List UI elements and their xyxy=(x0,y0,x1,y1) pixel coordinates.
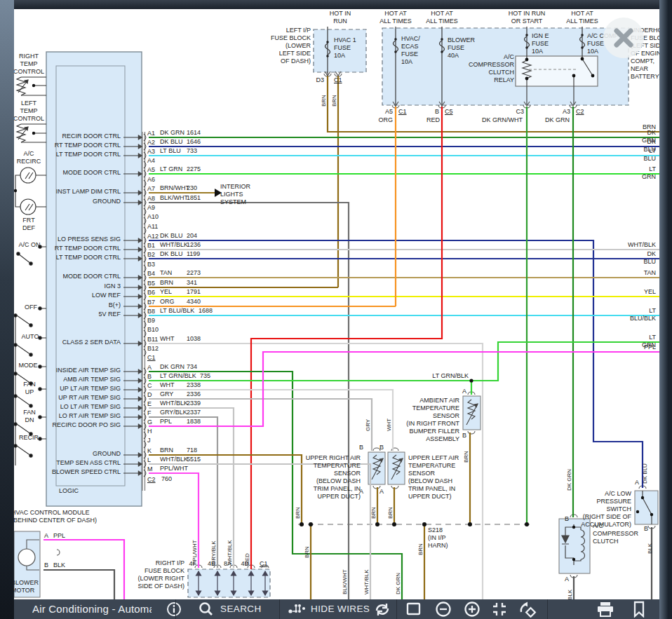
connector-pin-label: B2 xyxy=(147,251,155,259)
wire-circuit-number: 733 xyxy=(187,147,197,155)
diagram-label: BLK xyxy=(567,590,574,600)
diagram-label: INTERIOR LIGHTS SYSTEM xyxy=(220,183,250,206)
info-button[interactable] xyxy=(166,599,182,619)
rotate-button[interactable] xyxy=(518,599,537,619)
diagram-label: FAN UP xyxy=(23,381,36,396)
refresh-button[interactable] xyxy=(373,599,391,619)
diagram-label: BRN xyxy=(295,507,302,519)
diagram-label: C1 xyxy=(260,560,268,568)
hide-wires-label: HIDE WIRES xyxy=(311,599,370,619)
wire-circuit-number: 2337 xyxy=(187,409,201,416)
diagram-label: A xyxy=(359,488,363,496)
connector-pin-label: A4 xyxy=(147,157,155,165)
diagram-label: C1 xyxy=(398,108,407,116)
print-button[interactable] xyxy=(596,599,614,619)
zoom-out-icon xyxy=(435,601,452,618)
search-button[interactable]: SEARCH xyxy=(198,599,262,619)
diagram-label: BLK/WHT xyxy=(342,569,349,594)
wiring-diagram-canvas[interactable]: HOT IN RUNHOT AT ALL TIMESHOT AT ALL TIM… xyxy=(0,0,672,619)
diagram-label: C2 xyxy=(576,108,584,116)
diagram-label: HVAC CONTROL MODULE (BEHIND CENTER OF DA… xyxy=(11,509,97,524)
diagram-label: DK GRN/WHT xyxy=(482,116,523,124)
signal-label: GROUND xyxy=(93,198,121,205)
diagram-label: BRN xyxy=(331,95,338,107)
signal-label: LO LT AIR TEMP SIG xyxy=(60,403,121,411)
close-button[interactable] xyxy=(603,18,644,58)
connector-pin-label: C xyxy=(147,382,152,390)
wire-exit-label: WHT/BLK xyxy=(628,241,656,249)
zoom-out-button[interactable] xyxy=(435,599,452,619)
diagram-label: MODE xyxy=(19,362,38,369)
connector-pin-label: H xyxy=(147,428,152,435)
toolbar-divider xyxy=(175,599,176,619)
connector-pin-label: B4 xyxy=(147,270,155,278)
wire-color-label: BRN xyxy=(160,279,173,287)
wire-circuit-number: 1646 xyxy=(187,138,201,146)
hide-wires-button[interactable]: HIDE WIRES xyxy=(288,599,370,619)
diagram-label: BRN xyxy=(304,546,311,558)
diagram-label: OFF xyxy=(25,304,37,311)
diagram-label: UPPER LEFT AIR TEMPERATURE SENSOR (BELOW… xyxy=(408,454,459,501)
search-label: SEARCH xyxy=(220,599,262,619)
wire-exit-label: YEL xyxy=(644,288,656,296)
wire-circuit-number: 734 xyxy=(187,363,197,371)
connector-pin-label: C1 xyxy=(147,354,156,362)
connector-pin-label: A2 xyxy=(147,139,155,147)
diagram-label: A5 xyxy=(385,108,393,116)
diagram-label: FAN DN xyxy=(23,409,36,424)
diagram-label: A3 xyxy=(563,108,570,116)
wire-color-label: BRN/WHT xyxy=(160,184,189,192)
connector-pin-label: B3 xyxy=(147,261,155,268)
diagram-label: AMBIENT AIR TEMPERATURE SENSOR (IN RIGHT… xyxy=(406,397,459,443)
fit-to-screen-button[interactable] xyxy=(491,599,508,619)
signal-label: MODE DOOR CTRL xyxy=(62,273,121,280)
signal-label: 5V REF xyxy=(98,311,121,318)
bookmark-button[interactable] xyxy=(631,599,647,619)
wire-color-label: YEL xyxy=(160,288,172,296)
wire-circuit-number: 2339 xyxy=(187,400,201,407)
connector-pin-label: A1 xyxy=(147,130,155,137)
wiring-diagram-app: HOT IN RUNHOT AT ALL TIMESHOT AT ALL TIM… xyxy=(0,0,672,619)
diagram-label: HVAC/ ECAS FUSE 10A xyxy=(401,35,420,66)
connector-pin-label: A11 xyxy=(147,223,158,231)
connector-pin-label: K xyxy=(147,447,152,455)
diagram-label: BRN xyxy=(463,451,470,463)
diagram-label: LEFT TEMP CONTROL xyxy=(13,100,44,123)
diagram-label: BLK xyxy=(647,543,654,554)
wire-color-label: GRY/BLK xyxy=(160,409,187,416)
signal-label: LT TEMP DOOR CTRL xyxy=(56,151,121,158)
diagram-label: HOT IN RUN xyxy=(330,10,351,25)
signal-label: UP LT AIR TEMP SIG xyxy=(60,385,121,393)
wire-color-label: TAN xyxy=(160,269,172,277)
wire-color-label: PPL/WHT xyxy=(160,465,188,472)
diagram-label: GRY xyxy=(365,419,372,431)
wire-circuit-number: 2273 xyxy=(187,269,201,277)
wire-color-label: ORG xyxy=(160,298,175,306)
zoom-in-button[interactable] xyxy=(464,599,481,619)
diagram-label: HVAC 1 FUSE 10A xyxy=(334,36,356,60)
diagram-label: HOT AT ALL TIMES xyxy=(379,10,412,25)
wire-color-label: GRY xyxy=(160,390,173,398)
diagram-label: B xyxy=(644,525,648,533)
wire-exit-label: DK BLU xyxy=(640,250,656,266)
signal-label: RT TEMP DOOR CTRL xyxy=(55,142,121,149)
wire-exit-label: LT BLU/BLK xyxy=(630,307,656,322)
signal-label: LT TEMP DOOR CTRL xyxy=(56,254,121,261)
diagram-label: DK BLU xyxy=(642,463,649,484)
zoom-in-icon xyxy=(464,601,481,618)
signal-label: AMB AIR TEMP SIG xyxy=(63,376,121,383)
signal-label: GROUND xyxy=(93,450,121,458)
diagram-label: BRN xyxy=(387,507,394,519)
selection-box-button[interactable] xyxy=(405,599,422,619)
diagram-label: C3 xyxy=(516,108,524,116)
fit-to-screen-icon xyxy=(491,601,508,618)
connector-pin-label: G xyxy=(147,419,152,426)
diagram-title[interactable]: Air Conditioning - Automa... xyxy=(32,599,152,619)
diagram-label: RIGHT I/P FUSE BLOCK (LOWER RIGHT SIDE O… xyxy=(137,559,184,590)
diagram-label: B xyxy=(379,444,384,451)
diagram-label: A/C COMPRESSOR CLUTCH RELAY xyxy=(469,53,514,84)
connector-pin-label: A8 xyxy=(147,195,155,203)
connector-pin-label: D xyxy=(147,391,152,399)
signal-label: RT TEMP DOOR CTRL xyxy=(55,245,121,252)
diagram-label: DK GRN xyxy=(545,116,570,124)
